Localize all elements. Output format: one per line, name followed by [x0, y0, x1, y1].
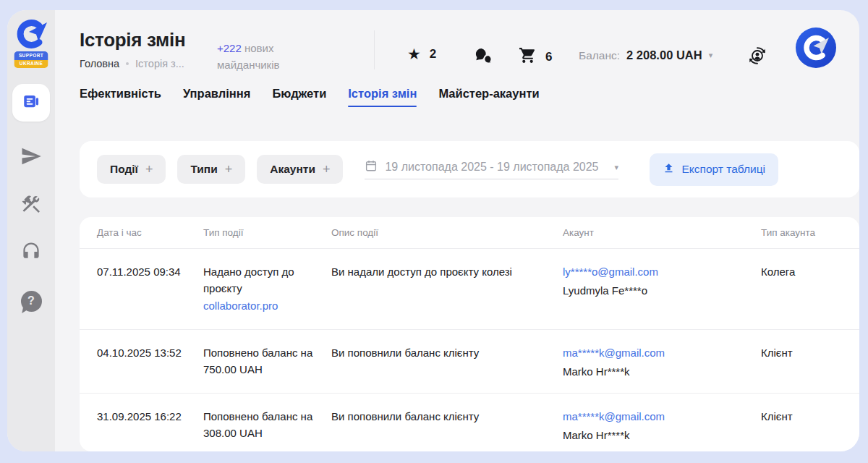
account-name: Marko Hr****k [563, 427, 748, 443]
filter-bar: Події + Типи + Акаунти + 19 листопада 20… [80, 141, 859, 197]
app-logo[interactable]: SUPPORT UKRAINE [12, 17, 50, 64]
main-area: Історія змін Головна Історія з... +222 н… [55, 10, 859, 451]
chat-icon [474, 46, 493, 69]
cell-datetime: 07.11.2025 09:34 [97, 263, 203, 329]
sidebar-item-support[interactable] [20, 242, 43, 265]
cell-datetime: 04.10.2025 13:52 [97, 344, 203, 393]
export-table-label: Експорт таблиці [682, 163, 766, 176]
breadcrumb-separator [126, 62, 129, 65]
cell-description: Ви надали доступ до проєкту колезі [331, 263, 563, 329]
app-window: SUPPORT UKRAINE [7, 10, 859, 451]
table-header-row: Дата і час Тип події Опис події Акаунт Т… [80, 217, 859, 249]
filter-events-label: Події [110, 163, 138, 176]
tab-efficiency[interactable]: Ефективність [80, 87, 161, 107]
sidebar-item-news[interactable] [12, 84, 50, 122]
tab-management[interactable]: Управління [183, 87, 250, 107]
event-type-text: Надано доступ до проєкту [203, 266, 294, 294]
help-icon: ? [21, 291, 42, 312]
telegram-icon [20, 145, 42, 170]
cart-icon [519, 46, 537, 67]
cell-event-type: Надано доступ до проєкту collaborator.pr… [203, 263, 331, 329]
history-table: Дата і час Тип події Опис події Акаунт Т… [80, 217, 859, 451]
sidebar-item-help[interactable]: ? [20, 289, 43, 313]
account-name: Lyudmyla Fe****o [563, 282, 748, 299]
badge-support-label: SUPPORT [14, 51, 48, 60]
cell-description: Ви поповнили баланс клієнту [331, 344, 563, 393]
page-title: Історія змін [80, 29, 185, 51]
balance-dropdown[interactable]: Баланс: 2 208.00 UAH ▾ [579, 48, 712, 62]
project-link[interactable]: collaborator.pro [203, 297, 318, 314]
cell-account: ma*****k@gmail.com Marko Hr****k [563, 408, 761, 451]
headset-icon [20, 241, 42, 266]
date-range-value: 19 листопада 2025 - 19 листопада 2025 [385, 161, 598, 174]
help-question-glyph: ? [27, 294, 35, 307]
new-platforms-count: +222 [217, 42, 242, 54]
table-row: 07.11.2025 09:34 Надано доступ до проєкт… [80, 249, 859, 330]
breadcrumb-current: Історія з... [135, 58, 184, 69]
star-icon: ★ [407, 46, 421, 61]
support-ukraine-badge: SUPPORT UKRAINE [14, 51, 48, 68]
tab-budgets[interactable]: Бюджети [272, 87, 326, 107]
filter-accounts-label: Акаунти [270, 163, 315, 176]
plus-icon: + [323, 164, 331, 174]
cell-datetime: 31.09.2025 16:22 [97, 408, 203, 451]
account-name: Marko Hr****k [563, 363, 748, 380]
avatar[interactable] [796, 27, 836, 68]
col-header-description: Опис події [331, 227, 563, 238]
chevron-down-icon: ▾ [709, 51, 713, 60]
date-range-picker[interactable]: 19 листопада 2025 - 19 листопада 2025 ▾ [365, 159, 618, 179]
filter-types-label: Типи [190, 163, 217, 176]
event-type-text: Поповнено баланс на 308.00 UAH [203, 410, 312, 439]
topbar-divider [374, 30, 375, 69]
sidebar: SUPPORT UKRAINE [7, 10, 55, 451]
table-row: 31.09.2025 16:22 Поповнено баланс на 308… [80, 394, 859, 451]
sidebar-item-tools[interactable] [20, 194, 43, 217]
switch-account-icon [746, 56, 768, 69]
tab-master-accounts[interactable]: Майстер-акаунти [438, 87, 539, 107]
cell-account: ma*****k@gmail.com Marko Hr****k [563, 344, 761, 393]
cell-account-type: Колега [761, 263, 842, 329]
sidebar-item-telegram[interactable] [20, 146, 43, 169]
cell-event-type: Поповнено баланс на 750.00 UAH [203, 344, 331, 393]
breadcrumb-home-link[interactable]: Головна [80, 58, 119, 69]
cell-event-type: Поповнено баланс на 308.00 UAH [203, 408, 331, 451]
balance-label: Баланс: [579, 49, 620, 62]
account-email-link[interactable]: ma*****k@gmail.com [563, 347, 665, 359]
plus-icon: + [145, 164, 153, 174]
table-row: 04.10.2025 13:52 Поповнено баланс на 750… [80, 330, 859, 394]
col-header-account: Акаунт [563, 227, 761, 238]
sidebar-nav: ? [12, 84, 50, 313]
cell-account-type: Клієнт [761, 408, 842, 451]
favorites-count: 2 [430, 47, 436, 61]
tab-change-history[interactable]: Історія змін [348, 87, 417, 107]
cell-account: ly*****o@gmail.com Lyudmyla Fe****o [563, 263, 761, 329]
tools-icon [20, 193, 42, 218]
account-email-link[interactable]: ma*****k@gmail.com [563, 410, 665, 422]
col-header-event-type: Тип події [203, 227, 331, 238]
collaborator-logo-icon [12, 17, 50, 51]
new-platforms-promo[interactable]: +222 нових майданчиків [217, 41, 298, 73]
filter-accounts-chip[interactable]: Акаунти + [257, 155, 343, 184]
chevron-down-icon: ▾ [614, 163, 618, 172]
export-table-button[interactable]: Експорт таблиці [650, 153, 779, 186]
breadcrumb: Головна Історія з... [80, 58, 184, 69]
cell-account-type: Клієнт [761, 344, 842, 393]
favorites-button[interactable]: ★ 2 [407, 46, 436, 61]
event-type-text: Поповнено баланс на 750.00 UAH [203, 347, 312, 375]
filter-events-chip[interactable]: Події + [97, 155, 166, 184]
calendar-icon [365, 159, 378, 175]
filter-types-chip[interactable]: Типи + [177, 155, 245, 184]
tab-bar: Ефективність Управління Бюджети Історія … [80, 87, 540, 107]
cart-button[interactable]: 6 [519, 46, 552, 67]
switch-account-button[interactable] [746, 45, 768, 67]
col-header-account-type: Тип акаунта [761, 227, 842, 238]
account-email-link[interactable]: ly*****o@gmail.com [563, 266, 658, 278]
messages-button[interactable] [474, 46, 493, 69]
news-icon [22, 92, 41, 114]
cell-description: Ви поповнили баланс клієнту [331, 408, 563, 451]
upload-icon [663, 162, 675, 177]
badge-ukraine-label: UKRAINE [14, 60, 48, 69]
col-header-datetime: Дата і час [97, 227, 203, 238]
balance-value: 2 208.00 UAH [626, 48, 702, 62]
plus-icon: + [225, 164, 233, 174]
